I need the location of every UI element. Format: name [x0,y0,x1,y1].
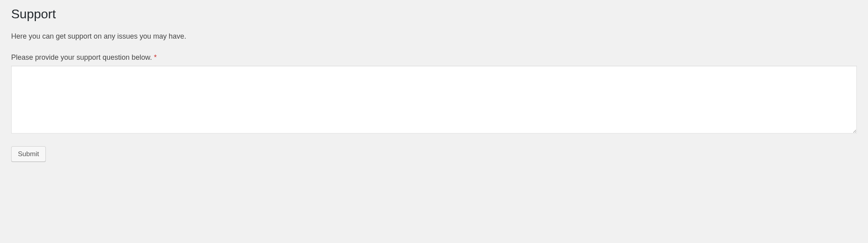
submit-button[interactable]: Submit [11,146,46,162]
page-title: Support [11,6,857,23]
intro-text: Here you can get support on any issues y… [11,31,857,41]
support-question-label: Please provide your support question bel… [11,53,857,63]
support-question-textarea[interactable] [11,66,857,133]
support-question-label-text: Please provide your support question bel… [11,53,152,61]
required-asterisk: * [154,53,157,61]
